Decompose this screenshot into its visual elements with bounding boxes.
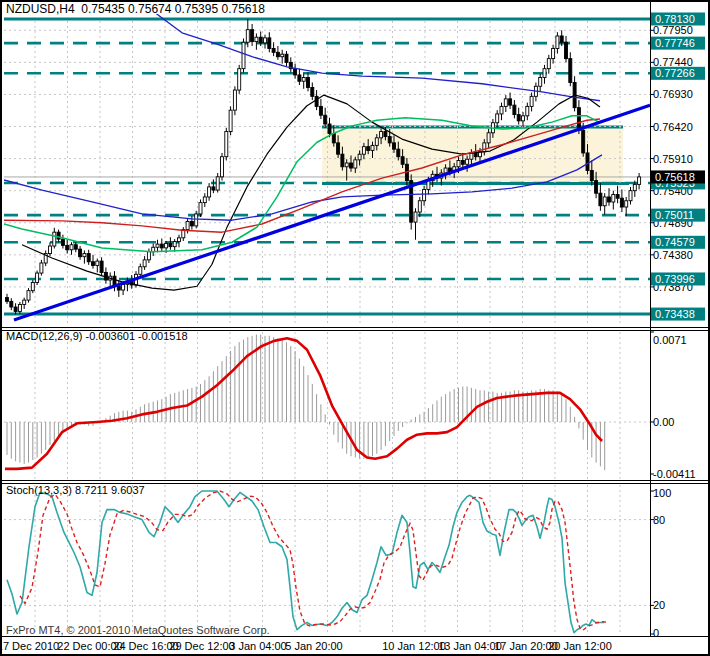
candle — [319, 99, 322, 119]
candle — [255, 33, 258, 49]
time-axis-label: 5 Jan 20:00 — [285, 640, 343, 652]
candle — [92, 255, 95, 269]
candle — [547, 55, 550, 74]
svg-text:0.77746: 0.77746 — [655, 37, 695, 49]
candle — [173, 239, 176, 252]
time-axis-label: 20 Jan 12:00 — [548, 640, 612, 652]
candle — [66, 240, 69, 254]
candle — [526, 103, 529, 121]
candle — [324, 108, 327, 128]
candle — [534, 82, 537, 101]
candle — [565, 36, 568, 62]
candle — [509, 93, 512, 109]
time-axis-label: 29 Dec 12:00 — [169, 640, 234, 652]
time-axis-label: 13 Jan 04:00 — [438, 640, 502, 652]
candle — [40, 260, 43, 276]
candle — [242, 38, 245, 72]
macd-panel[interactable] — [5, 335, 605, 471]
candle — [36, 271, 39, 285]
candle — [599, 183, 602, 211]
candle — [603, 193, 606, 214]
candle — [156, 240, 159, 253]
svg-text:0.73996: 0.73996 — [655, 273, 695, 285]
candle — [238, 65, 241, 94]
candle — [87, 250, 90, 265]
candle — [182, 227, 185, 241]
candle — [31, 280, 34, 293]
candle — [79, 246, 82, 260]
price-axis[interactable]: 0.779500.774400.769300.764200.759100.754… — [650, 12, 705, 639]
candle — [556, 32, 559, 53]
svg-text:0.76930: 0.76930 — [653, 88, 693, 100]
candle — [289, 57, 292, 72]
candle — [500, 103, 503, 121]
svg-text:0.0071: 0.0071 — [653, 334, 687, 346]
candle — [410, 174, 413, 229]
candle — [190, 216, 193, 230]
svg-text:0.73438: 0.73438 — [655, 308, 695, 320]
candle — [251, 24, 254, 46]
candle — [169, 237, 172, 250]
candle — [530, 93, 533, 112]
candle — [504, 95, 507, 112]
candle — [281, 50, 284, 64]
svg-text:80: 80 — [653, 514, 665, 526]
candle — [152, 243, 155, 256]
svg-text:-0.00411: -0.00411 — [653, 468, 696, 480]
candle — [225, 128, 228, 161]
candle — [552, 45, 555, 64]
candle — [6, 294, 9, 304]
candle — [61, 235, 64, 249]
ma-line-blue-slow — [155, 13, 600, 101]
candle — [573, 76, 576, 111]
candle — [539, 74, 542, 92]
candle — [216, 173, 219, 192]
svg-text:0.76420: 0.76420 — [653, 121, 693, 133]
candle — [616, 186, 619, 204]
stochastic-panel[interactable] — [7, 491, 607, 633]
candle — [517, 108, 520, 125]
svg-text:0.77950: 0.77950 — [653, 24, 693, 36]
candle — [18, 302, 21, 314]
svg-text:20: 20 — [653, 599, 665, 611]
candle — [203, 193, 206, 207]
candle — [625, 197, 628, 216]
mt4-chart-window: 0.779500.774400.769300.764200.759100.754… — [0, 0, 710, 656]
candle — [285, 51, 288, 66]
svg-text:100: 100 — [653, 487, 671, 499]
candle — [27, 288, 30, 302]
candle — [620, 189, 623, 212]
svg-text:0: 0 — [653, 627, 659, 639]
candle — [53, 228, 56, 249]
candle — [233, 86, 236, 115]
ma-line-black — [22, 95, 600, 290]
svg-text:0.00: 0.00 — [653, 416, 674, 428]
candle — [229, 106, 232, 135]
candle — [143, 256, 146, 270]
candle — [496, 110, 499, 128]
candle — [638, 173, 641, 189]
time-axis-label: 3 Jan 04:00 — [229, 640, 287, 652]
stoch-d-line — [20, 491, 607, 630]
candle — [221, 153, 224, 181]
candle — [57, 230, 60, 243]
candle — [414, 208, 417, 239]
candle — [83, 250, 86, 263]
candle — [629, 187, 632, 205]
candle — [307, 72, 310, 91]
candle — [10, 298, 13, 310]
candle — [113, 271, 116, 291]
stoch-k-line — [7, 491, 604, 633]
panel-borders — [2, 2, 708, 637]
time-axis-label: 17 Dec 2010 — [2, 640, 59, 652]
svg-text:0.75011: 0.75011 — [655, 209, 694, 221]
chart-canvas[interactable]: 0.779500.774400.769300.764200.759100.754… — [2, 2, 708, 654]
candle — [160, 238, 163, 251]
candle — [513, 100, 516, 118]
candle — [264, 35, 267, 49]
svg-text:0.75618: 0.75618 — [655, 171, 695, 183]
svg-text:0.75910: 0.75910 — [653, 153, 693, 165]
candle — [44, 250, 47, 266]
time-axis[interactable]: 17 Dec 201022 Dec 00:0024 Dec 16:0029 De… — [2, 640, 612, 652]
candle — [612, 191, 615, 210]
